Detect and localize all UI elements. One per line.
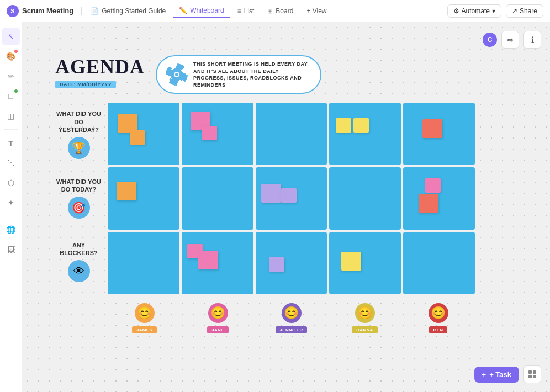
agenda-title: AGENDA (55, 55, 145, 78)
row-label-yesterday: WHAT DID YOU DO YESTERDAY? 🏆 (55, 103, 102, 166)
svg-rect-12 (533, 370, 536, 374)
tab-add-view[interactable]: + View (301, 5, 332, 17)
tab-whiteboard[interactable]: ✏️ Whiteboard (173, 4, 229, 18)
tab-getting-started[interactable]: 📄 Getting Started Guide (85, 5, 171, 17)
cell-r2-c5 (403, 167, 475, 230)
avatar: C (483, 33, 497, 47)
doc-icon: 📄 (91, 7, 99, 15)
plus-icon: + (482, 370, 486, 379)
row-label-blockers: ANY BLOCKERS? 👁 (55, 230, 102, 293)
sidebar-sep-1 (4, 129, 18, 130)
row-text-today: WHAT DID YOU DO TODAY? (55, 178, 102, 194)
smiley-label-ben: BEN (429, 326, 448, 333)
sidebar-ai[interactable]: ✦ (2, 194, 20, 211)
smiley-james: 😊 (135, 303, 155, 323)
top-nav: S Scrum Meeting 📄 Getting Started Guide … (0, 0, 550, 22)
cell-r3-c1 (108, 232, 179, 294)
row-text-yesterday: WHAT DID YOU DO YESTERDAY? (55, 110, 102, 134)
expand-tool-btn[interactable]: ⇔ (501, 31, 519, 49)
row-labels: WHAT DID YOU DO YESTERDAY? 🏆 WHAT DID YO… (55, 103, 102, 296)
agenda-date: DATE: MM/DD/YYYY (55, 81, 116, 88)
svg-rect-8 (180, 67, 183, 70)
svg-rect-6 (182, 73, 186, 76)
sidebar-paint[interactable]: 🎨 (2, 47, 20, 65)
grid-row-yesterday (108, 103, 475, 165)
sidebar-sticky[interactable]: ◫ (2, 107, 20, 125)
app-logo[interactable]: S Scrum Meeting (7, 5, 73, 17)
info-tool-btn[interactable]: ℹ (523, 31, 541, 49)
automate-icon: ⚙ (453, 7, 459, 15)
smiley-label-jennifer: JENNIFER (276, 326, 308, 333)
cell-r2-c3 (256, 167, 327, 230)
shape-dot (14, 89, 18, 93)
svg-rect-11 (528, 370, 532, 374)
tab-board[interactable]: ⊞ Board (262, 5, 299, 17)
share-icon: ↗ (512, 7, 517, 15)
board-area: WHAT DID YOU DO YESTERDAY? 🏆 WHAT DID YO… (55, 103, 475, 296)
tab-list[interactable]: ≡ List (232, 5, 260, 17)
sidebar-sep-2 (4, 216, 18, 216)
sidebar-globe[interactable]: 🌐 (2, 221, 20, 239)
gear-badge-icon (166, 63, 188, 86)
cell-r2-c1 (108, 167, 179, 230)
grid-row-blockers (108, 232, 475, 294)
badge-text: THIS SHORT MEETING IS HELD EVERY DAY AND… (193, 61, 311, 88)
whiteboard-icon: ✏️ (179, 7, 187, 14)
cell-r1-c4 (329, 103, 401, 165)
svg-rect-7 (169, 67, 172, 70)
sidebar-cursor[interactable]: ↖ (2, 28, 20, 45)
sidebar-connections[interactable]: ⬡ (2, 174, 20, 192)
smiley-col-jane: 😊 JANE (181, 303, 255, 333)
sidebar-line[interactable]: ⋱ (2, 154, 20, 172)
grid-view-button[interactable] (523, 365, 541, 383)
main-canvas[interactable]: C ⇔ ℹ AGENDA DATE: MM/DD/YYYY (22, 22, 550, 392)
app-title: Scrum Meeting (22, 7, 73, 15)
svg-point-2 (175, 73, 178, 76)
app-logo-icon: S (7, 5, 19, 17)
smiley-label-james: JAMES (132, 326, 157, 333)
list-icon: ≡ (237, 7, 241, 15)
smiley-col-james: 😊 JAMES (108, 303, 181, 333)
nav-divider-1 (81, 7, 82, 15)
info-icon: ℹ (531, 35, 534, 44)
automate-button[interactable]: ⚙ Automate ▾ (447, 4, 501, 18)
cell-r1-c3 (256, 103, 327, 165)
svg-rect-9 (169, 78, 172, 81)
sidebar-image[interactable]: 🖼 (2, 241, 20, 258)
smiley-jennifer: 😊 (282, 303, 302, 323)
smiley-ben: 😊 (429, 303, 448, 323)
smiley-label-hanna: HANNA (352, 326, 377, 333)
smiley-col-ben: 😊 BEN (401, 303, 475, 333)
share-button[interactable]: ↗ Share (506, 4, 543, 18)
cell-r2-c4 (329, 167, 401, 230)
trophy-icon: 🏆 (68, 137, 90, 159)
board-icon: ⊞ (267, 7, 273, 15)
cell-r3-c5 (403, 232, 475, 294)
cell-r2-c2 (182, 167, 253, 230)
svg-rect-5 (168, 73, 171, 76)
left-sidebar: ↖ 🎨 ✏ □ ◫ T ⋱ ⬡ ✦ 🌐 🖼 (0, 22, 22, 392)
canvas-toolbar: C ⇔ ℹ (483, 31, 541, 49)
agenda-section: AGENDA DATE: MM/DD/YYYY (55, 55, 475, 94)
paint-dot (14, 50, 18, 53)
svg-rect-10 (180, 78, 183, 81)
row-text-blockers: ANY BLOCKERS? (55, 241, 102, 257)
svg-rect-14 (533, 375, 536, 378)
cell-r1-c2 (182, 103, 253, 165)
task-button[interactable]: + + Task (474, 367, 519, 383)
agenda-badge: THIS SHORT MEETING IS HELD EVERY DAY AND… (156, 55, 321, 94)
row-label-today: WHAT DID YOU DO TODAY? 🎯 (55, 166, 102, 230)
smiley-row: 😊 JAMES 😊 JANE 😊 JENNIFER 😊 HANNA 😊 BEN (55, 303, 475, 333)
sidebar-pen[interactable]: ✏ (2, 67, 20, 85)
smiley-jane: 😊 (208, 303, 228, 323)
expand-icon: ⇔ (507, 35, 514, 44)
svg-rect-13 (528, 375, 532, 378)
sidebar-shape[interactable]: □ (2, 87, 20, 105)
cell-r1-c1 (108, 103, 179, 165)
smiley-hanna: 😊 (355, 303, 375, 323)
grid-row-today (108, 167, 475, 230)
sidebar-text[interactable]: T (2, 134, 20, 152)
svg-rect-4 (176, 80, 178, 83)
whiteboard-content: AGENDA DATE: MM/DD/YYYY (55, 55, 475, 333)
svg-rect-3 (176, 66, 178, 69)
